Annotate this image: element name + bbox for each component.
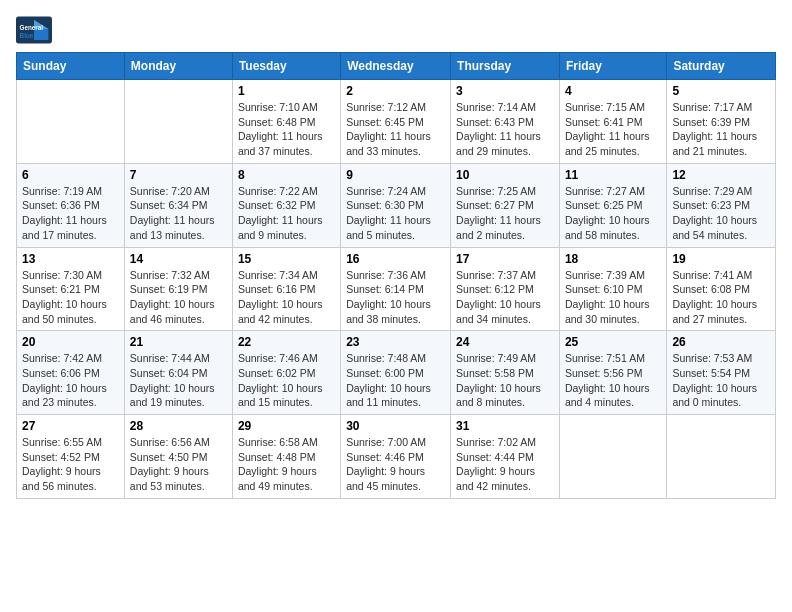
day-info: Sunrise: 7:44 AM Sunset: 6:04 PM Dayligh… — [130, 351, 227, 410]
calendar-cell: 1Sunrise: 7:10 AM Sunset: 6:48 PM Daylig… — [232, 80, 340, 164]
day-number: 17 — [456, 252, 554, 266]
day-number: 18 — [565, 252, 661, 266]
day-info: Sunrise: 7:14 AM Sunset: 6:43 PM Dayligh… — [456, 100, 554, 159]
day-number: 19 — [672, 252, 770, 266]
day-info: Sunrise: 7:32 AM Sunset: 6:19 PM Dayligh… — [130, 268, 227, 327]
calendar-cell: 28Sunrise: 6:56 AM Sunset: 4:50 PM Dayli… — [124, 415, 232, 499]
calendar-cell — [667, 415, 776, 499]
calendar-week-5: 27Sunrise: 6:55 AM Sunset: 4:52 PM Dayli… — [17, 415, 776, 499]
calendar-header: SundayMondayTuesdayWednesdayThursdayFrid… — [17, 53, 776, 80]
calendar-cell: 7Sunrise: 7:20 AM Sunset: 6:34 PM Daylig… — [124, 163, 232, 247]
svg-text:Blue: Blue — [20, 32, 34, 39]
day-number: 5 — [672, 84, 770, 98]
calendar-cell: 21Sunrise: 7:44 AM Sunset: 6:04 PM Dayli… — [124, 331, 232, 415]
weekday-header-monday: Monday — [124, 53, 232, 80]
day-info: Sunrise: 7:02 AM Sunset: 4:44 PM Dayligh… — [456, 435, 554, 494]
day-info: Sunrise: 7:37 AM Sunset: 6:12 PM Dayligh… — [456, 268, 554, 327]
day-info: Sunrise: 7:29 AM Sunset: 6:23 PM Dayligh… — [672, 184, 770, 243]
day-number: 31 — [456, 419, 554, 433]
logo-icon: General Blue — [16, 16, 52, 44]
day-info: Sunrise: 7:30 AM Sunset: 6:21 PM Dayligh… — [22, 268, 119, 327]
day-number: 24 — [456, 335, 554, 349]
day-info: Sunrise: 7:41 AM Sunset: 6:08 PM Dayligh… — [672, 268, 770, 327]
day-number: 8 — [238, 168, 335, 182]
weekday-header-sunday: Sunday — [17, 53, 125, 80]
day-number: 27 — [22, 419, 119, 433]
calendar-cell: 5Sunrise: 7:17 AM Sunset: 6:39 PM Daylig… — [667, 80, 776, 164]
calendar-cell: 26Sunrise: 7:53 AM Sunset: 5:54 PM Dayli… — [667, 331, 776, 415]
calendar-cell: 17Sunrise: 7:37 AM Sunset: 6:12 PM Dayli… — [451, 247, 560, 331]
calendar-cell — [559, 415, 666, 499]
calendar-cell: 22Sunrise: 7:46 AM Sunset: 6:02 PM Dayli… — [232, 331, 340, 415]
day-info: Sunrise: 7:15 AM Sunset: 6:41 PM Dayligh… — [565, 100, 661, 159]
day-number: 11 — [565, 168, 661, 182]
calendar-cell: 20Sunrise: 7:42 AM Sunset: 6:06 PM Dayli… — [17, 331, 125, 415]
day-number: 12 — [672, 168, 770, 182]
day-info: Sunrise: 7:10 AM Sunset: 6:48 PM Dayligh… — [238, 100, 335, 159]
calendar-cell: 9Sunrise: 7:24 AM Sunset: 6:30 PM Daylig… — [341, 163, 451, 247]
weekday-header-friday: Friday — [559, 53, 666, 80]
day-number: 22 — [238, 335, 335, 349]
day-number: 20 — [22, 335, 119, 349]
calendar-cell: 24Sunrise: 7:49 AM Sunset: 5:58 PM Dayli… — [451, 331, 560, 415]
calendar-cell: 16Sunrise: 7:36 AM Sunset: 6:14 PM Dayli… — [341, 247, 451, 331]
day-info: Sunrise: 6:55 AM Sunset: 4:52 PM Dayligh… — [22, 435, 119, 494]
calendar-cell: 19Sunrise: 7:41 AM Sunset: 6:08 PM Dayli… — [667, 247, 776, 331]
day-info: Sunrise: 6:56 AM Sunset: 4:50 PM Dayligh… — [130, 435, 227, 494]
day-info: Sunrise: 7:53 AM Sunset: 5:54 PM Dayligh… — [672, 351, 770, 410]
calendar-cell: 14Sunrise: 7:32 AM Sunset: 6:19 PM Dayli… — [124, 247, 232, 331]
day-number: 2 — [346, 84, 445, 98]
day-info: Sunrise: 7:25 AM Sunset: 6:27 PM Dayligh… — [456, 184, 554, 243]
day-info: Sunrise: 7:20 AM Sunset: 6:34 PM Dayligh… — [130, 184, 227, 243]
calendar-week-1: 1Sunrise: 7:10 AM Sunset: 6:48 PM Daylig… — [17, 80, 776, 164]
day-number: 26 — [672, 335, 770, 349]
day-info: Sunrise: 7:24 AM Sunset: 6:30 PM Dayligh… — [346, 184, 445, 243]
day-info: Sunrise: 7:49 AM Sunset: 5:58 PM Dayligh… — [456, 351, 554, 410]
page-header: General Blue — [16, 16, 776, 44]
day-info: Sunrise: 7:39 AM Sunset: 6:10 PM Dayligh… — [565, 268, 661, 327]
day-number: 6 — [22, 168, 119, 182]
day-info: Sunrise: 7:34 AM Sunset: 6:16 PM Dayligh… — [238, 268, 335, 327]
day-number: 21 — [130, 335, 227, 349]
calendar-cell: 25Sunrise: 7:51 AM Sunset: 5:56 PM Dayli… — [559, 331, 666, 415]
calendar-cell: 11Sunrise: 7:27 AM Sunset: 6:25 PM Dayli… — [559, 163, 666, 247]
day-info: Sunrise: 7:46 AM Sunset: 6:02 PM Dayligh… — [238, 351, 335, 410]
day-number: 10 — [456, 168, 554, 182]
calendar-cell — [17, 80, 125, 164]
day-number: 4 — [565, 84, 661, 98]
day-info: Sunrise: 7:12 AM Sunset: 6:45 PM Dayligh… — [346, 100, 445, 159]
day-number: 3 — [456, 84, 554, 98]
day-info: Sunrise: 7:42 AM Sunset: 6:06 PM Dayligh… — [22, 351, 119, 410]
day-number: 1 — [238, 84, 335, 98]
calendar-week-4: 20Sunrise: 7:42 AM Sunset: 6:06 PM Dayli… — [17, 331, 776, 415]
day-number: 25 — [565, 335, 661, 349]
calendar-cell: 27Sunrise: 6:55 AM Sunset: 4:52 PM Dayli… — [17, 415, 125, 499]
day-info: Sunrise: 7:17 AM Sunset: 6:39 PM Dayligh… — [672, 100, 770, 159]
calendar-week-3: 13Sunrise: 7:30 AM Sunset: 6:21 PM Dayli… — [17, 247, 776, 331]
day-number: 9 — [346, 168, 445, 182]
day-number: 28 — [130, 419, 227, 433]
calendar-cell: 2Sunrise: 7:12 AM Sunset: 6:45 PM Daylig… — [341, 80, 451, 164]
day-number: 14 — [130, 252, 227, 266]
day-number: 16 — [346, 252, 445, 266]
calendar-cell: 10Sunrise: 7:25 AM Sunset: 6:27 PM Dayli… — [451, 163, 560, 247]
day-info: Sunrise: 7:22 AM Sunset: 6:32 PM Dayligh… — [238, 184, 335, 243]
svg-text:General: General — [20, 24, 44, 31]
logo: General Blue — [16, 16, 56, 44]
day-number: 29 — [238, 419, 335, 433]
day-info: Sunrise: 6:58 AM Sunset: 4:48 PM Dayligh… — [238, 435, 335, 494]
calendar-cell: 30Sunrise: 7:00 AM Sunset: 4:46 PM Dayli… — [341, 415, 451, 499]
day-info: Sunrise: 7:51 AM Sunset: 5:56 PM Dayligh… — [565, 351, 661, 410]
day-number: 7 — [130, 168, 227, 182]
calendar-cell — [124, 80, 232, 164]
day-info: Sunrise: 7:48 AM Sunset: 6:00 PM Dayligh… — [346, 351, 445, 410]
day-info: Sunrise: 7:27 AM Sunset: 6:25 PM Dayligh… — [565, 184, 661, 243]
calendar-cell: 29Sunrise: 6:58 AM Sunset: 4:48 PM Dayli… — [232, 415, 340, 499]
calendar-cell: 13Sunrise: 7:30 AM Sunset: 6:21 PM Dayli… — [17, 247, 125, 331]
weekday-header-wednesday: Wednesday — [341, 53, 451, 80]
day-info: Sunrise: 7:00 AM Sunset: 4:46 PM Dayligh… — [346, 435, 445, 494]
day-number: 23 — [346, 335, 445, 349]
calendar-cell: 8Sunrise: 7:22 AM Sunset: 6:32 PM Daylig… — [232, 163, 340, 247]
day-info: Sunrise: 7:36 AM Sunset: 6:14 PM Dayligh… — [346, 268, 445, 327]
calendar-cell: 15Sunrise: 7:34 AM Sunset: 6:16 PM Dayli… — [232, 247, 340, 331]
